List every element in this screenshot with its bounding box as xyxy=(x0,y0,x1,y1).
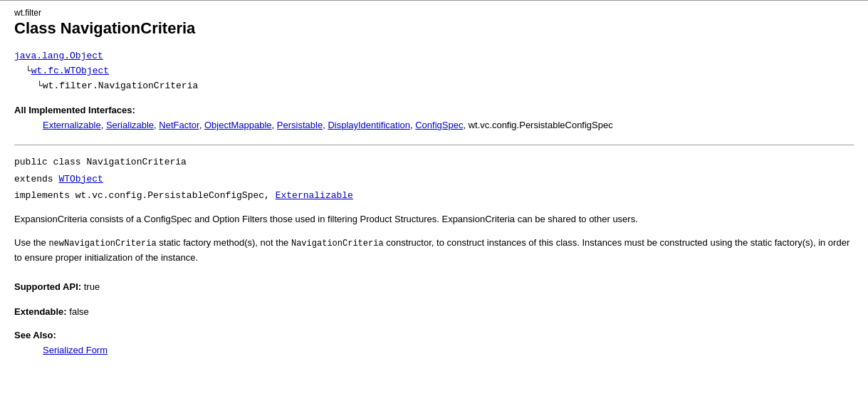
interface-persistable[interactable]: Persistable xyxy=(277,120,323,130)
desc2-code1: newNavigationCriteria xyxy=(48,239,156,249)
externalizable-link[interactable]: Externalizable xyxy=(276,190,353,201)
inheritance-tree: java.lang.Object └wt.fc.WTObject └wt.fil… xyxy=(14,49,854,93)
inheritance-link-level0[interactable]: java.lang.Object xyxy=(14,51,103,61)
extendable-item: Extendable: false xyxy=(14,305,854,320)
wtobject-link[interactable]: WTObject xyxy=(58,174,103,184)
interface-serializable[interactable]: Serializable xyxy=(106,120,154,130)
supported-api-val: true xyxy=(84,281,100,292)
extendable-value: false xyxy=(69,306,88,317)
extendable-label: Extendable: xyxy=(14,306,67,317)
interfaces-list: Externalizable, Serializable, NetFactor,… xyxy=(43,118,854,133)
code-line3-prefix: implements wt.vc.config.PersistableConfi… xyxy=(14,190,276,201)
interfaces-label: All Implemented Interfaces: xyxy=(14,105,854,115)
inheritance-link-level1[interactable]: wt.fc.WTObject xyxy=(31,66,109,76)
class-title: Class NavigationCriteria xyxy=(14,19,854,38)
desc2-mid1: static factory method(s), not the xyxy=(157,237,291,248)
supported-api-label: Supported API: xyxy=(14,281,81,292)
interface-netfactor[interactable]: NetFactor xyxy=(159,120,199,130)
code-line2-prefix: extends xyxy=(14,174,58,184)
see-also-section: See Also: Serialized Form xyxy=(14,330,854,355)
interface-externalizable[interactable]: Externalizable xyxy=(43,120,101,130)
description-2: Use the newNavigationCriteria static fac… xyxy=(14,236,854,266)
interface-displayidentification[interactable]: DisplayIdentification xyxy=(328,120,410,130)
desc2-pre1: Use the xyxy=(14,237,48,248)
interface-objectmappable[interactable]: ObjectMappable xyxy=(204,120,272,130)
inheritance-current: wt.filter.NavigationCriteria xyxy=(43,80,198,91)
desc2-code2: NavigationCriteria xyxy=(291,239,384,249)
code-block: public class NavigationCriteria extends … xyxy=(14,154,854,204)
serialized-form-link[interactable]: Serialized Form xyxy=(43,345,854,355)
interface-persistableconfigspec: wt.vc.config.PersistableConfigSpec xyxy=(469,120,613,130)
package-name: wt.filter xyxy=(14,8,854,18)
interface-configspec[interactable]: ConfigSpec xyxy=(415,120,463,130)
code-line1: public class NavigationCriteria xyxy=(14,157,187,167)
see-also-label: See Also: xyxy=(14,330,854,340)
supported-api-item: Supported API: true xyxy=(14,280,854,295)
interfaces-section: All Implemented Interfaces: Externalizab… xyxy=(14,105,854,133)
divider-1 xyxy=(14,145,854,145)
description-1: ExpansionCriteria consists of a ConfigSp… xyxy=(14,212,854,227)
metadata-section: Supported API: true Extendable: false Se… xyxy=(14,280,854,355)
